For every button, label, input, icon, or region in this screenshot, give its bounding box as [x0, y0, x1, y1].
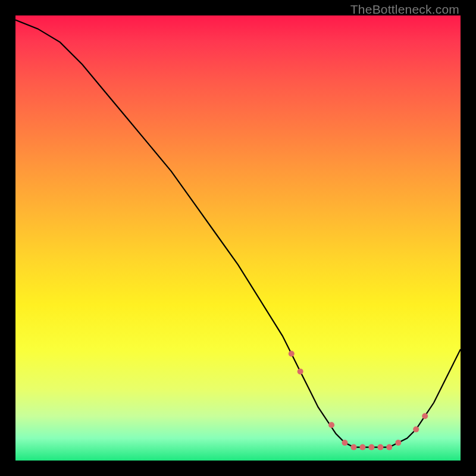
- optimal-marker: [377, 444, 383, 450]
- optimal-marker: [342, 440, 348, 446]
- optimal-marker: [386, 444, 392, 450]
- attribution-watermark: TheBottleneck.com: [350, 2, 459, 17]
- optimal-marker: [289, 351, 295, 357]
- optimal-marker: [298, 368, 303, 374]
- optimal-zone-markers: [289, 351, 428, 450]
- chart-plot-area: [15, 15, 461, 461]
- optimal-marker: [359, 444, 365, 450]
- optimal-marker: [328, 422, 334, 428]
- optimal-marker: [413, 427, 419, 433]
- optimal-marker: [395, 440, 401, 446]
- bottleneck-curve-line: [15, 20, 461, 447]
- chart-svg: [15, 15, 461, 461]
- optimal-marker: [368, 444, 374, 450]
- optimal-marker: [422, 413, 428, 419]
- optimal-marker: [351, 444, 357, 450]
